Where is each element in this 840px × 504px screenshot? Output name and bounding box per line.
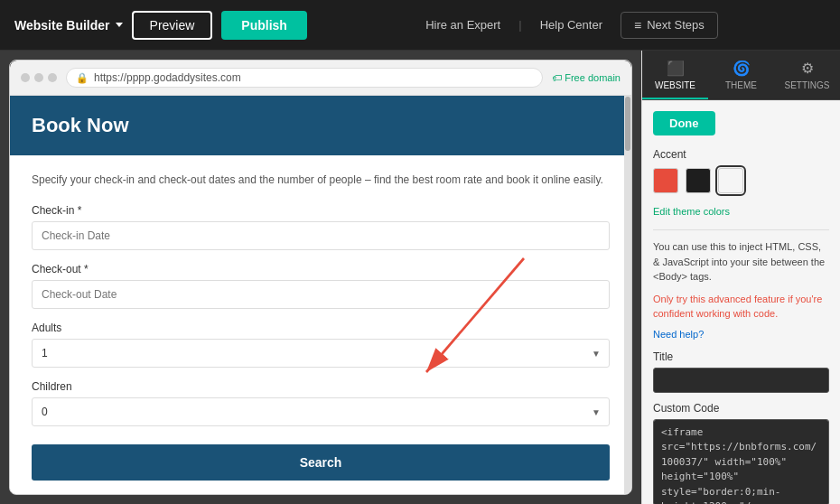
accent-color-black[interactable] [686, 168, 711, 193]
publish-button[interactable]: Publish [221, 11, 307, 40]
hire-expert-link[interactable]: Hire an Expert [425, 18, 500, 32]
custom-code-textarea[interactable]: <iframe src="https://bnbforms.com/100037… [653, 419, 829, 505]
children-group: Children 0 1 2 ▼ [32, 380, 610, 426]
theme-tab-label: THEME [725, 80, 757, 90]
accent-label: Accent [653, 148, 829, 161]
top-bar-divider: | [518, 18, 521, 32]
website-tab-label: WEBSITE [655, 80, 695, 90]
settings-tab-icon: ⚙ [801, 60, 814, 77]
inject-warning: Only try this advanced feature if you're… [653, 292, 829, 322]
next-steps-button[interactable]: ≡ Next Steps [621, 12, 718, 39]
browser-dot-1 [21, 73, 30, 82]
done-button[interactable]: Done [653, 111, 715, 135]
checkout-input[interactable] [32, 280, 610, 309]
search-button[interactable]: Search [32, 444, 610, 481]
website-tab-icon: ⬛ [667, 60, 685, 77]
children-label: Children [32, 380, 610, 393]
theme-tab-icon: 🌀 [733, 60, 751, 77]
browser-dot-3 [48, 73, 57, 82]
browser-content: Book Now Specify your check-in and check… [10, 96, 631, 494]
top-bar-left: Website Builder Preview Publish [14, 11, 307, 40]
browser-area: 🔒 https://pppp.godaddysites.com 🏷 Free d… [0, 51, 641, 504]
edit-theme-link[interactable]: Edit theme colors [653, 206, 829, 217]
book-description: Specify your check-in and check-out date… [32, 172, 610, 188]
browser-dot-2 [34, 73, 43, 82]
checkin-input[interactable] [32, 221, 610, 250]
settings-tab-label: SETTINGS [784, 80, 829, 90]
website-builder-button[interactable]: Website Builder [14, 18, 123, 33]
scroll-thumb [625, 97, 630, 151]
title-field-label: Title [653, 350, 829, 363]
children-select-wrapper: 0 1 2 ▼ [32, 397, 610, 426]
chevron-down-icon [116, 23, 123, 27]
tab-website[interactable]: ⬛ WEBSITE [642, 51, 708, 99]
browser-url: https://pppp.godaddysites.com [94, 71, 241, 84]
main-content: 🔒 https://pppp.godaddysites.com 🏷 Free d… [0, 51, 840, 504]
browser-chrome: 🔒 https://pppp.godaddysites.com 🏷 Free d… [10, 61, 631, 96]
bookmark-icon: 🏷 [552, 72, 562, 83]
browser-url-bar[interactable]: 🔒 https://pppp.godaddysites.com [66, 68, 543, 88]
panel-body: Done Accent Edit theme colors You can us… [642, 100, 840, 504]
top-bar-center: Hire an Expert | Help Center ≡ Next Step… [318, 12, 826, 39]
checkout-group: Check-out * [32, 263, 610, 309]
children-select[interactable]: 0 1 2 [32, 397, 610, 426]
panel-tabs: ⬛ WEBSITE 🌀 THEME ⚙ SETTINGS [642, 51, 840, 100]
browser-dots [21, 73, 57, 82]
lock-icon: 🔒 [76, 72, 89, 84]
book-now-header: Book Now [10, 96, 631, 155]
adults-select[interactable]: 1 2 3 4 [32, 339, 610, 368]
adults-label: Adults [32, 322, 610, 334]
accent-section: Accent [653, 148, 829, 193]
book-now-body: Specify your check-in and check-out date… [10, 155, 631, 494]
accent-color-white[interactable] [718, 168, 743, 193]
adults-group: Adults 1 2 3 4 ▼ [32, 322, 610, 368]
checkin-group: Check-in * [32, 204, 610, 250]
book-now-title: Book Now [32, 114, 129, 136]
panel-divider-1 [653, 229, 829, 230]
custom-code-label: Custom Code [653, 402, 829, 415]
browser-frame: 🔒 https://pppp.godaddysites.com 🏷 Free d… [9, 60, 632, 495]
inject-description: You can use this to inject HTML, CSS, & … [653, 239, 829, 285]
website-builder-label: Website Builder [14, 18, 110, 33]
preview-button[interactable]: Preview [132, 11, 213, 40]
right-panel: ⬛ WEBSITE 🌀 THEME ⚙ SETTINGS Done Accent [641, 51, 840, 504]
free-domain-button[interactable]: 🏷 Free domain [552, 72, 621, 83]
checkin-label: Check-in * [32, 204, 610, 217]
tab-settings[interactable]: ⚙ SETTINGS [774, 51, 840, 99]
accent-color-red[interactable] [653, 168, 678, 193]
scroll-indicator[interactable] [624, 96, 631, 494]
next-steps-label: Next Steps [647, 18, 705, 32]
help-center-link[interactable]: Help Center [540, 18, 602, 32]
adults-select-wrapper: 1 2 3 4 ▼ [32, 339, 610, 368]
tab-theme[interactable]: 🌀 THEME [708, 51, 774, 99]
next-steps-icon: ≡ [634, 18, 641, 33]
free-domain-label: Free domain [565, 72, 621, 83]
accent-colors [653, 168, 829, 193]
need-help-link[interactable]: Need help? [653, 329, 829, 340]
checkout-label: Check-out * [32, 263, 610, 275]
title-input[interactable] [653, 368, 829, 393]
top-bar: Website Builder Preview Publish Hire an … [0, 0, 840, 51]
